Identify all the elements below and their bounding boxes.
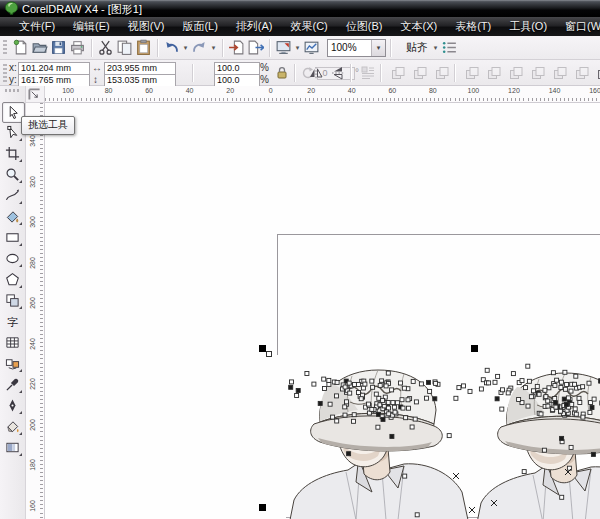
to-back-button[interactable] [484,63,504,83]
flyout-arrow-icon[interactable] [19,180,22,183]
flyout-arrow-icon[interactable] [19,264,22,267]
import-button[interactable] [227,38,246,57]
property-bar-grip[interactable] [3,64,7,82]
zoom-level-combo[interactable]: 100%▾ [327,39,386,57]
flyout-arrow-icon[interactable] [19,306,22,309]
group-button[interactable] [410,63,430,83]
dropdown-arrow-icon[interactable]: ▾ [431,44,440,52]
selection-handle-top-left[interactable] [259,345,266,352]
application-launcher-button[interactable] [274,38,293,57]
smart-fill-tool-icon [5,209,20,224]
save-button[interactable] [49,38,68,57]
flyout-arrow-icon[interactable] [19,390,22,393]
behind-button[interactable] [572,63,592,83]
flyout-arrow-icon[interactable] [19,222,22,225]
horizontal-ruler[interactable]: 10080604020020406080100120140160 [45,86,600,103]
drawing-canvas[interactable] [45,103,600,519]
rectangle-tool-button[interactable] [2,228,23,247]
flyout-arrow-icon[interactable] [19,411,22,414]
interactive-fill-tool-icon [5,440,20,455]
basic-shapes-tool-button[interactable] [2,291,23,310]
dropdown-arrow-icon[interactable]: ▾ [293,44,302,52]
cut-button[interactable] [96,38,115,57]
ruler-origin-corner[interactable] [26,86,45,103]
undo-button[interactable] [162,38,181,57]
selection-handle-middle-left[interactable] [259,504,266,511]
menu-item-5[interactable]: 排列(A) [227,17,282,36]
menu-item-4[interactable]: 版面(L) [173,17,226,36]
menu-item-6[interactable]: 效果(C) [282,17,337,36]
zoom-level-value[interactable]: 100% [328,42,371,53]
title-bar[interactable]: CorelDRAW X4 - [图形1] [0,0,600,17]
menu-item-8[interactable]: 文本(X) [391,17,446,36]
wrap-paragraph-text-button[interactable] [358,63,378,83]
eyedropper-tool-button[interactable] [2,375,23,394]
object-corner-node[interactable] [266,351,272,357]
copy-button[interactable] [115,38,134,57]
flyout-arrow-icon[interactable] [19,159,22,162]
crop-tool-button[interactable] [2,144,23,163]
new-document-button[interactable] [11,38,30,57]
figure-left[interactable] [290,370,468,519]
toolbar-items: ▾▾▾100%▾贴齐▾ [11,38,459,57]
paste-button[interactable] [134,38,153,57]
menu-item-11[interactable]: 窗口(W) [556,17,600,36]
table-tool-button[interactable] [2,333,23,352]
ellipse-tool-button[interactable] [2,249,23,268]
selection-handle-top-middle[interactable] [471,345,478,352]
vertical-ruler[interactable]: 340320300280260240220200180160 [26,103,45,519]
ungroup-button[interactable] [432,63,452,83]
flyout-arrow-icon[interactable] [19,285,22,288]
fill-tool-button[interactable] [2,417,23,436]
interactive-fill-tool-button[interactable] [2,438,23,457]
forward-one-button[interactable] [506,63,526,83]
toolbar-grip[interactable] [3,40,7,56]
smart-fill-tool-button[interactable] [2,207,23,226]
menu-item-9[interactable]: 表格(T) [446,17,500,36]
mirror-horizontal-button[interactable] [306,63,326,83]
separator [350,64,351,82]
dropdown-arrow-icon[interactable]: ▾ [209,44,218,52]
in-front-of-button[interactable] [550,63,570,83]
selected-artwork[interactable] [286,360,600,519]
sq2-icon [390,65,406,81]
flyout-arrow-icon[interactable] [19,201,22,204]
outline-pen-tool-button[interactable] [2,396,23,415]
text-tool-button[interactable]: 字 [2,312,23,331]
menu-item-7[interactable]: 位图(B) [337,17,392,36]
freehand-tool-button[interactable] [2,186,23,205]
options-button[interactable] [440,38,459,57]
redo-button[interactable] [190,38,209,57]
dropdown-arrow-icon[interactable]: ▾ [181,44,190,52]
mirror-vertical-button[interactable] [328,63,348,83]
menu-item-3[interactable]: 视图(V) [119,17,174,36]
menu-item-1[interactable]: 文件(F) [10,17,64,36]
corel-online-button[interactable] [302,38,321,57]
flyout-arrow-icon[interactable] [19,369,22,372]
shape-tool-button[interactable] [2,123,23,142]
print-button[interactable] [68,38,87,57]
svg-text:字: 字 [7,316,18,328]
menu-item-2[interactable]: 编辑(E) [64,17,119,36]
flyout-arrow-icon[interactable] [19,138,22,141]
to-front-button[interactable] [462,63,482,83]
glass-reflection [262,2,273,13]
clipped-button[interactable] [594,63,600,83]
snap-to-button[interactable]: 贴齐 [403,38,431,57]
back-one-button[interactable] [528,63,548,83]
polygon-tool-button[interactable] [2,270,23,289]
flyout-arrow-icon[interactable] [19,432,22,435]
toolbox-grip[interactable] [5,89,21,92]
zoom-dropdown-arrow[interactable]: ▾ [371,40,385,56]
flyout-arrow-icon[interactable] [19,243,22,246]
standard-toolbar: ▾▾▾100%▾贴齐▾ [0,36,600,60]
menu-item-10[interactable]: 工具(O) [500,17,556,36]
open-button[interactable] [30,38,49,57]
flyout-arrow-icon[interactable] [19,453,22,456]
lock-ratio-icon[interactable] [276,66,288,80]
blend-tool-button[interactable] [2,354,23,373]
combine-button[interactable] [388,63,408,83]
zoom-tool-button[interactable] [2,165,23,184]
hruler-label-100: 100 [62,87,74,94]
export-button[interactable] [246,38,265,57]
